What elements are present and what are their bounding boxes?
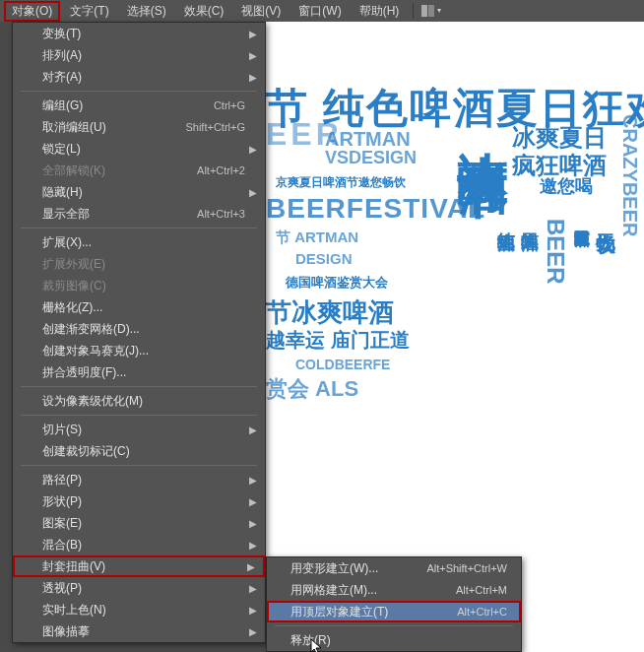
menu-item[interactable]: 创建裁切标记(C): [13, 440, 265, 462]
menu-item-label: 显示全部: [42, 206, 90, 223]
canvas-text: 赏会 ALS: [266, 374, 358, 404]
canvas-text: VSDESIGN: [325, 148, 417, 168]
menu-item[interactable]: 路径(P)▶: [13, 469, 265, 490]
menu-item-label: 取消编组(U): [42, 119, 106, 136]
menu-item-label: 创建渐变网格(D)...: [42, 321, 140, 338]
menu-window[interactable]: 窗口(W): [290, 1, 349, 22]
menu-item-label: 封套扭曲(V): [42, 558, 105, 575]
canvas-text: COLDBEERFE: [295, 357, 390, 372]
menu-item-label: 图案(E): [42, 515, 82, 532]
canvas-text: 节冰爽啤酒: [266, 295, 394, 330]
menu-item: 全部解锁(K)Alt+Ctrl+2: [13, 160, 265, 181]
menu-item[interactable]: 对齐(A)▶: [13, 66, 265, 88]
submenu-item[interactable]: 用顶层对象建立(T)Alt+Ctrl+C: [267, 601, 521, 622]
menu-item: 裁剪图像(C): [13, 275, 265, 296]
menu-item-label: 路径(P): [42, 472, 82, 489]
submenu-arrow-icon: ▶: [249, 583, 257, 594]
menu-item[interactable]: 变换(T)▶: [13, 23, 265, 44]
menu-item-label: 切片(S): [42, 422, 82, 438]
canvas-text: 冰爽啤酒节: [448, 110, 517, 130]
menu-item[interactable]: 取消编组(U)Shift+Ctrl+G: [13, 116, 265, 138]
submenu-item[interactable]: 用变形建立(W)...Alt+Shift+Ctrl+W: [267, 557, 521, 579]
menu-item-label: 形状(P): [42, 493, 82, 510]
menu-item-label: 排列(A): [42, 47, 82, 64]
menu-separator: [21, 415, 257, 416]
submenu-arrow-icon: ▶: [247, 561, 255, 572]
menu-item-label: 扩展(X)...: [42, 234, 92, 251]
canvas-text: 越幸运 庙门正道: [266, 327, 410, 354]
object-menu-dropdown: 变换(T)▶排列(A)▶对齐(A)▶编组(G)Ctrl+G取消编组(U)Shif…: [12, 22, 266, 643]
submenu-item-label: 用网格建立(M)...: [290, 582, 377, 599]
menu-item-label: 栅格化(Z)...: [42, 299, 102, 316]
workspace-switcher-icon[interactable]: [419, 3, 443, 19]
submenu-arrow-icon: ▶: [249, 605, 257, 616]
cursor-icon: [310, 638, 324, 652]
menu-shortcut: Alt+Ctrl+M: [456, 584, 507, 596]
submenu-item: 释放(R): [267, 629, 521, 651]
canvas-text: 邀您喝: [540, 174, 593, 198]
menu-item-label: 扩展外观(E): [42, 256, 105, 273]
menu-type[interactable]: 文字(T): [62, 1, 116, 22]
menu-item[interactable]: 隐藏(H)▶: [13, 181, 265, 203]
canvas-text: DESIGN: [295, 250, 353, 267]
menu-item[interactable]: 扩展(X)...: [13, 231, 265, 253]
menu-item[interactable]: 栅格化(Z)...: [13, 296, 265, 318]
submenu-arrow-icon: ▶: [249, 540, 257, 551]
menu-item[interactable]: 图案(E)▶: [13, 512, 265, 534]
submenu-arrow-icon: ▶: [249, 518, 257, 529]
menu-select[interactable]: 选择(S): [119, 1, 174, 22]
menu-item[interactable]: 显示全部Alt+Ctrl+3: [13, 203, 265, 225]
menu-shortcut: Alt+Ctrl+C: [457, 606, 507, 618]
submenu-item[interactable]: 用网格建立(M)...Alt+Ctrl+M: [267, 579, 521, 601]
menu-item-label: 编组(G): [42, 98, 83, 114]
menu-item-label: 创建裁切标记(C): [42, 443, 130, 460]
menu-item[interactable]: 透视(P)▶: [13, 577, 265, 599]
menu-item-label: 混合(B): [42, 537, 82, 554]
menu-item: 扩展外观(E): [13, 253, 265, 275]
submenu-item-label: 用变形建立(W)...: [290, 560, 378, 577]
menu-item[interactable]: 封套扭曲(V)▶: [13, 555, 265, 577]
menu-separator: [21, 91, 257, 92]
menu-item[interactable]: 切片(S)▶: [13, 419, 265, 440]
menu-object[interactable]: 对象(O): [4, 1, 60, 22]
menu-item-label: 拼合透明度(F)...: [42, 364, 126, 381]
canvas-text: BEER: [542, 219, 569, 285]
menu-item[interactable]: 混合(B)▶: [13, 534, 265, 555]
submenu-arrow-icon: ▶: [249, 72, 257, 83]
canvas-text: 京爽夏日啤酒节邀您畅饮: [276, 174, 406, 191]
menu-item[interactable]: 拼合透明度(F)...: [13, 361, 265, 383]
svg-rect-0: [421, 5, 427, 17]
menu-item-label: 创建对象马赛克(J)...: [42, 343, 149, 359]
menu-effect[interactable]: 效果(C): [176, 1, 232, 22]
menu-separator: [21, 465, 257, 466]
submenu-arrow-icon: ▶: [249, 50, 257, 61]
menu-item-label: 对齐(A): [42, 69, 82, 86]
menu-item-label: 锁定(L): [42, 141, 81, 158]
menu-item[interactable]: 锁定(L)▶: [13, 138, 265, 160]
menubar-separator: [413, 3, 414, 19]
canvas-text: BEERFESTIVAL: [266, 193, 485, 225]
menu-help[interactable]: 帮助(H): [352, 1, 408, 22]
submenu-arrow-icon: ▶: [249, 475, 257, 486]
submenu-arrow-icon: ▶: [249, 187, 257, 198]
menu-item-label: 透视(P): [42, 580, 82, 597]
canvas-text: 节 ARTMAN: [276, 228, 358, 247]
menu-item-label: 设为像素级优化(M): [42, 393, 143, 410]
submenu-arrow-icon: ▶: [249, 144, 257, 155]
submenu-arrow-icon: ▶: [249, 626, 257, 637]
menu-item[interactable]: 形状(P)▶: [13, 490, 265, 512]
menu-item[interactable]: 设为像素级优化(M): [13, 390, 265, 412]
menu-item-label: 隐藏(H): [42, 184, 83, 201]
menubar: 对象(O) 文字(T) 选择(S) 效果(C) 视图(V) 窗口(W) 帮助(H…: [0, 0, 644, 22]
menu-item[interactable]: 排列(A)▶: [13, 44, 265, 66]
menu-item[interactable]: 编组(G)Ctrl+G: [13, 95, 265, 116]
menu-item[interactable]: 创建对象马赛克(J)...: [13, 340, 265, 361]
svg-rect-1: [428, 5, 434, 17]
menu-item[interactable]: 创建渐变网格(D)...: [13, 318, 265, 340]
submenu-item-label: 用顶层对象建立(T): [290, 604, 388, 620]
canvas-text: 德国啤酒鉴赏大会: [286, 274, 388, 292]
menu-item[interactable]: 实时上色(N)▶: [13, 599, 265, 620]
menu-view[interactable]: 视图(V): [233, 1, 289, 22]
menu-item[interactable]: 图像描摹▶: [13, 620, 265, 642]
menu-separator: [275, 625, 513, 626]
